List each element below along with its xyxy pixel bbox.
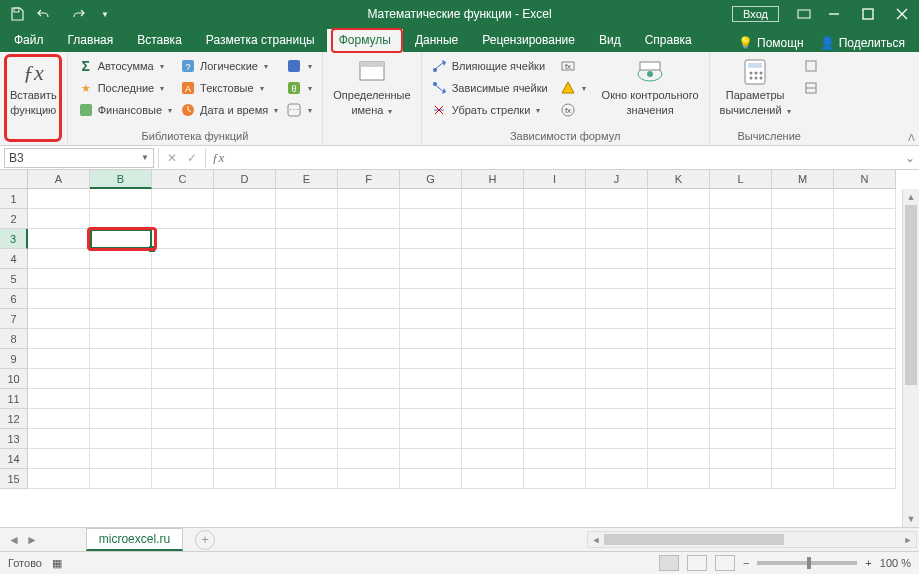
date-time-button[interactable]: Дата и время▾ [176,99,282,121]
column-header[interactable]: G [400,170,462,189]
fill-handle[interactable] [149,246,155,252]
cell[interactable] [152,389,214,409]
cell[interactable] [648,469,710,489]
cell[interactable] [586,229,648,249]
row-header[interactable]: 1 [0,189,28,209]
cell[interactable] [710,229,772,249]
cell[interactable] [586,409,648,429]
cell[interactable] [524,189,586,209]
cell[interactable] [276,349,338,369]
trace-precedents-button[interactable]: Влияющие ячейки [428,55,552,77]
cell[interactable] [400,389,462,409]
selected-cell[interactable] [90,229,152,249]
cell[interactable] [772,409,834,429]
cell[interactable] [276,429,338,449]
cell[interactable] [834,269,896,289]
cell[interactable] [338,369,400,389]
cell[interactable] [772,309,834,329]
cell[interactable] [276,369,338,389]
cell[interactable] [524,229,586,249]
row-header[interactable]: 8 [0,329,28,349]
cell[interactable] [214,229,276,249]
cell[interactable] [710,189,772,209]
cell[interactable] [834,349,896,369]
lookup-button[interactable]: ▾ [282,55,316,77]
cell[interactable] [214,189,276,209]
cell[interactable] [462,349,524,369]
cell[interactable] [710,369,772,389]
cell[interactable] [710,409,772,429]
cell[interactable] [462,449,524,469]
cell[interactable] [648,229,710,249]
cell[interactable] [772,369,834,389]
cell[interactable] [772,469,834,489]
cell[interactable] [586,389,648,409]
macro-record-icon[interactable]: ▦ [52,557,62,570]
column-header[interactable]: K [648,170,710,189]
cell[interactable] [152,229,214,249]
cell[interactable] [214,349,276,369]
cell[interactable] [214,409,276,429]
cell[interactable] [772,189,834,209]
column-header[interactable]: J [586,170,648,189]
cell[interactable] [710,309,772,329]
cell[interactable] [28,269,90,289]
cell[interactable] [524,349,586,369]
cell[interactable] [214,209,276,229]
cell[interactable] [710,249,772,269]
cell[interactable] [28,429,90,449]
cell[interactable] [834,289,896,309]
cell[interactable] [648,269,710,289]
cell[interactable] [400,229,462,249]
cell[interactable] [214,429,276,449]
cell[interactable] [834,229,896,249]
cell[interactable] [462,269,524,289]
row-header[interactable]: 5 [0,269,28,289]
remove-arrows-button[interactable]: Убрать стрелки▾ [428,99,552,121]
sheet-prev-icon[interactable]: ◄ [8,533,20,547]
cell[interactable] [90,449,152,469]
close-icon[interactable] [885,0,919,28]
cell[interactable] [524,429,586,449]
page-break-view-button[interactable] [715,555,735,571]
recent-button[interactable]: ★Последние▾ [74,77,176,99]
column-header[interactable]: A [28,170,90,189]
cell[interactable] [834,369,896,389]
cell[interactable] [214,369,276,389]
cell[interactable] [648,449,710,469]
tab-formulas[interactable]: Формулы [327,29,403,52]
cell[interactable] [586,429,648,449]
cell[interactable] [648,329,710,349]
zoom-slider[interactable] [757,561,857,565]
cell[interactable] [338,269,400,289]
cell[interactable] [648,309,710,329]
vertical-scrollbar[interactable]: ▲ ▼ [902,189,919,527]
signin-button[interactable]: Вход [732,6,779,22]
cell[interactable] [28,189,90,209]
cell[interactable] [28,249,90,269]
cell[interactable] [90,269,152,289]
select-all-corner[interactable] [0,170,28,189]
column-header[interactable]: I [524,170,586,189]
cell[interactable] [524,369,586,389]
row-header[interactable]: 12 [0,409,28,429]
cell[interactable] [834,429,896,449]
column-header[interactable]: F [338,170,400,189]
tab-help[interactable]: Справка [633,29,704,52]
calc-sheet-button[interactable] [799,77,823,99]
cell[interactable] [276,269,338,289]
cell[interactable] [772,349,834,369]
cell[interactable] [90,469,152,489]
cell[interactable] [90,369,152,389]
formula-input[interactable] [230,148,901,168]
row-header[interactable]: 15 [0,469,28,489]
cell[interactable] [524,309,586,329]
cell[interactable] [834,309,896,329]
zoom-level[interactable]: 100 % [880,557,911,569]
cell[interactable] [400,349,462,369]
column-header[interactable]: D [214,170,276,189]
cell[interactable] [276,329,338,349]
cell[interactable] [462,389,524,409]
column-header[interactable]: C [152,170,214,189]
cell[interactable] [214,389,276,409]
